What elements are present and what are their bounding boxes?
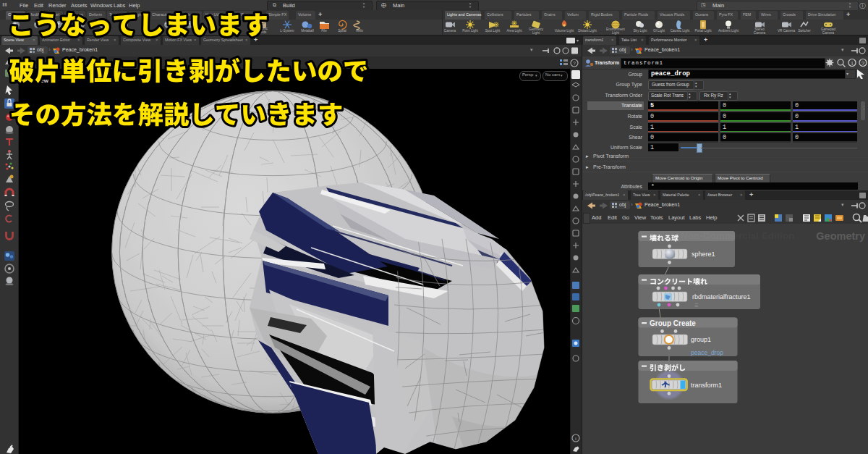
svg-text:i: i xyxy=(575,436,576,442)
